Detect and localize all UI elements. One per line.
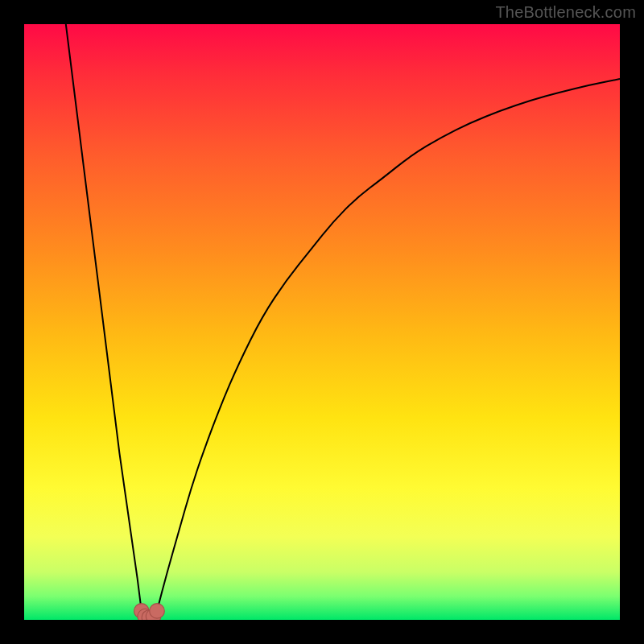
attribution-watermark: TheBottleneck.com <box>495 3 636 22</box>
marker-dot <box>150 604 165 619</box>
bottom-marker-cluster <box>134 604 165 620</box>
curve-right-branch <box>157 79 620 611</box>
curve-left-branch <box>66 24 142 611</box>
plot-area <box>24 24 620 620</box>
chart-frame: TheBottleneck.com <box>0 0 644 644</box>
curve-layer <box>24 24 620 620</box>
curve-group <box>66 24 620 620</box>
